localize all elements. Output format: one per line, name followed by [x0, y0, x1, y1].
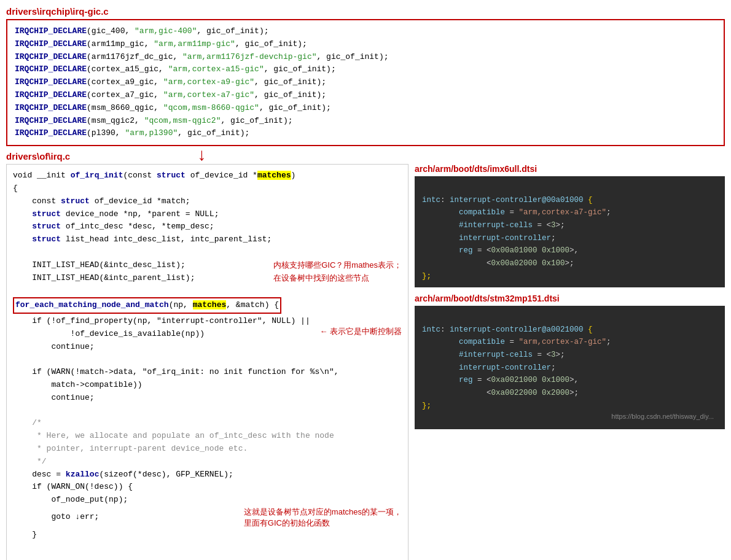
func-sig: void __init of_irq_init(const struct of_…: [13, 169, 402, 182]
annotation-1: 内核支持哪些GIC？用mathes表示；在设备树中找到的这些节点: [273, 259, 402, 285]
blank2: [13, 284, 402, 297]
warn-line-2: match->compatible)): [13, 379, 402, 392]
if-line-2: !of_device_is_available(np)): [13, 328, 315, 341]
blank1: [13, 246, 402, 259]
comment-4: */: [13, 456, 402, 469]
comment-3: * pointer, interrupt-parent device_node …: [13, 443, 402, 456]
code-line-2: IRQCHIP_DECLARE(arm11mp_gic, "arm,arm11m…: [15, 38, 716, 51]
if-row: if (!of_find_property(np, "interrupt-con…: [13, 315, 402, 353]
kzalloc-line: desc = kzalloc(sizeof(*desc), GFP_KERNEL…: [13, 469, 402, 481]
foreach-row: for_each_matching_node_and_match(np, mat…: [13, 297, 402, 314]
dtsi-panel-2: arch/arm/boot/dts/stm32mp151.dtsi intc: …: [415, 294, 725, 429]
warn-on-line: if (WARN_ON(!desc)) {: [13, 481, 402, 494]
code-line-4: IRQCHIP_DECLARE(cortex_a15_gic, "arm,cor…: [15, 63, 716, 76]
code-line-6: IRQCHIP_DECLARE(cortex_a7_gic, "arm,cort…: [15, 89, 716, 102]
left-code-panel: void __init of_irq_init(const struct of_…: [6, 164, 408, 560]
brace-open: {: [13, 182, 402, 195]
code-line-3: IRQCHIP_DECLARE(arm1176jzf_dc_gic, "arm,…: [15, 51, 716, 64]
init-list-1: INIT_LIST_HEAD(&intc_desc_list);: [13, 259, 267, 272]
warn-line-1: if (WARN(!match->data, "of_irq_init: no …: [13, 366, 402, 379]
comment-2: * Here, we allocate and populate an of_i…: [13, 430, 402, 443]
bottom-row: void __init of_irq_init(const struct of_…: [6, 164, 725, 560]
right-panels: arch/arm/boot/dts/imx6ull.dtsi intc: int…: [415, 164, 725, 560]
code-line-9: IRQCHIP_DECLARE(pl390, "arm,pl390", gic_…: [15, 127, 716, 140]
blank5: [13, 542, 402, 554]
top-file-header: drivers\irqchip\irq-gic.c: [6, 6, 725, 17]
init-list-2: INIT_LIST_HEAD(&intc_parent_list);: [13, 272, 267, 285]
annotation-2: ← 表示它是中断控制器: [319, 315, 402, 337]
dtsi-code-2: intc: interrupt-controller@a0021000 { co…: [415, 306, 725, 429]
top-code-box: IRQCHIP_DECLARE(gic_400, "arm,gic-400", …: [6, 19, 725, 146]
annotation-3-4: 这就是设备树节点对应的matches的某一项，里面有GIC的初始化函数: [244, 507, 402, 529]
code-line-1: IRQCHIP_DECLARE(gic_400, "arm,gic-400", …: [15, 25, 716, 38]
init-list-row: INIT_LIST_HEAD(&intc_desc_list); INIT_LI…: [13, 259, 402, 285]
var-list: struct list_head intc_desc_list, intc_pa…: [13, 233, 402, 246]
dtsi-header-1: arch/arm/boot/dts/imx6ull.dtsi: [415, 164, 725, 174]
warn-line-3: continue;: [13, 392, 402, 405]
watermark: https://blog.csdn.net/thisway_diy...: [418, 411, 714, 422]
blank3: [13, 353, 402, 366]
comment-1: /*: [13, 417, 402, 430]
goto-row: goto ↓err; 这就是设备树节点对应的matches的某一项，里面有GIC…: [13, 507, 402, 529]
foreach-code: for_each_matching_node_and_match(np, mat…: [15, 300, 279, 309]
dtsi-panel-1: arch/arm/boot/dts/imx6ull.dtsi intc: int…: [415, 164, 725, 287]
blank4: [13, 405, 402, 418]
arrow-down: ↓: [197, 146, 207, 165]
of-node-put: of_node_put(np);: [13, 494, 402, 507]
var-np: struct device_node *np, *parent = NULL;: [13, 208, 402, 221]
page: drivers\irqchip\irq-gic.c IRQCHIP_DECLAR…: [0, 0, 731, 560]
code-line-7: IRQCHIP_DECLARE(msm_8660_qgic, "qcom,msm…: [15, 102, 716, 115]
code-line-8: IRQCHIP_DECLARE(msm_qgic2, "qcom,msm-qgi…: [15, 115, 716, 128]
code-line-5: IRQCHIP_DECLARE(cortex_a9_gic, "arm,cort…: [15, 76, 716, 89]
goto-line: goto ↓err;: [13, 511, 237, 524]
if-line-1: if (!of_find_property(np, "interrupt-con…: [13, 315, 315, 328]
middle-file-header: drivers\of\irq.c: [6, 151, 725, 161]
last-line: desc->irq_init_cb = match->data;: [13, 554, 402, 560]
dtsi-header-2: arch/arm/boot/dts/stm32mp151.dtsi: [415, 294, 725, 303]
close-brace: }: [13, 529, 402, 542]
foreach-highlight-box: for_each_matching_node_and_match(np, mat…: [13, 297, 281, 314]
if-line-3: continue;: [13, 341, 315, 354]
var-desc: struct of_intc_desc *desc, *temp_desc;: [13, 220, 402, 233]
dtsi-code-1: intc: interrupt-controller@00a01000 { co…: [415, 176, 725, 287]
var-match: const struct of_device_id *match;: [13, 195, 402, 208]
